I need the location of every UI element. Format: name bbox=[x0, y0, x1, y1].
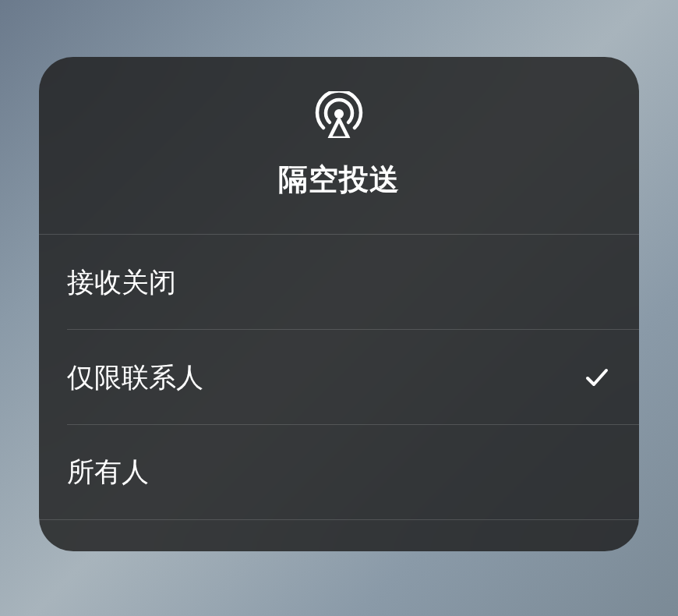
airdrop-panel: 隔空投送 接收关闭 仅限联系人 所有人 bbox=[39, 57, 639, 551]
panel-header: 隔空投送 bbox=[39, 57, 639, 235]
option-contacts-only[interactable]: 仅限联系人 bbox=[39, 330, 639, 425]
airdrop-icon bbox=[313, 91, 365, 138]
option-label: 接收关闭 bbox=[67, 264, 176, 301]
svg-point-0 bbox=[334, 109, 344, 119]
options-list: 接收关闭 仅限联系人 所有人 bbox=[39, 235, 639, 520]
panel-spacer bbox=[39, 520, 639, 551]
option-everyone[interactable]: 所有人 bbox=[39, 425, 639, 520]
option-label: 仅限联系人 bbox=[67, 359, 203, 396]
checkmark-icon bbox=[583, 363, 611, 391]
option-receiving-off[interactable]: 接收关闭 bbox=[39, 235, 639, 330]
panel-title: 隔空投送 bbox=[278, 160, 400, 200]
option-label: 所有人 bbox=[67, 454, 149, 490]
